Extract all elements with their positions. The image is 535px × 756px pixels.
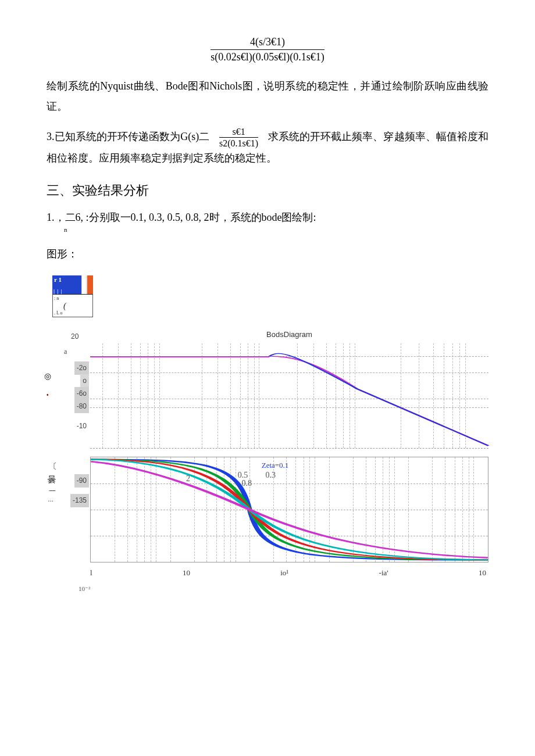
chart-plot-area: BodsDiagram [90,328,488,580]
magnitude-curve-flat [90,356,269,357]
mag-tick-1: -2o [74,361,89,375]
thumb-row1: : n [54,296,59,302]
x-tick-1: 10 [183,566,190,581]
chart-title: BodsDiagram [90,328,488,342]
dot-icon: • [47,389,49,400]
x-origin-label: 10⁻² [79,583,488,595]
magnitude-plot [90,343,488,449]
section-3-heading: 三、实验结果分析 [47,178,488,203]
x-axis-labels: l 10 io¹ -ia' 10 [90,566,488,581]
curve-label-08: 0.8 [242,476,252,492]
thumb-blue-region: r 1 | | | [52,275,81,294]
q3-num: s€1 [219,127,258,137]
formula-denominator: s(0.02s€l)(0.05s€l)(0.1s€1) [211,49,324,65]
paragraph-instruction-1: 绘制系统的Nyquist曲线、Bode图和Nichols图，说明系统的稳定性，并… [47,76,488,116]
question-3: 3.已知系统的开环传递函数为G(s)二 s€1 s2(0.1s€1) 求系统的开… [47,127,488,169]
chart-y-axis-area: 20 a -2o ◎ o • -6o -80 -10 〔 曇 -90 一 … -… [47,328,90,580]
mag-tick-5: -10 [77,420,87,433]
q3-fraction: s€1 s2(0.1s€1) [219,127,258,148]
phase-plot: Zeta=0.1 0.5 0.3 2 0.8 [90,457,488,562]
formula-numerator: 4(s/3€1) [211,35,324,49]
phase-tick-2: -135 [70,494,89,507]
mag-tick-4: -80 [74,400,89,413]
figure-thumbnail: r 1 | | | : n ( . L o [52,275,93,316]
q3-lead: 3.已知系统的开环传递函数为G(s)二 [47,131,209,142]
magnitude-curve-rolloff [269,356,488,438]
thumb-bottom: : n ( . L o [52,294,93,317]
thumb-label: r 1 [54,276,62,283]
thumb-white-strip [81,275,87,294]
q3-den: s2(0.1s€1) [219,137,258,149]
thumb-orange-strip [87,275,93,294]
curve-label-2: 2 [186,471,190,487]
target-icon: ◎ [44,368,51,384]
phase-tick-1: -90 [74,474,89,488]
thumb-ticks: | | | [54,289,62,294]
mag-label-a: a [64,345,67,359]
thumb-row3: . L o [54,310,63,316]
x-tick-0: l [90,566,92,581]
formula-transfer-function: 4(s/3€1) s(0.02s€l)(0.05s€l)(0.1s€1) [47,35,488,65]
mag-tick-20: 20 [71,330,79,343]
x-tick-2: io¹ [280,566,288,581]
mag-tick-3: -6o [74,387,89,400]
x-tick-4: 10 [479,566,486,581]
fraction: 4(s/3€1) s(0.02s€l)(0.05s€l)(0.1s€1) [211,35,324,65]
thumb-row2: ( [63,302,66,311]
x-tick-3: -ia' [379,566,388,581]
bode-diagram: 20 a -2o ◎ o • -6o -80 -10 〔 曇 -90 一 … -… [47,328,488,580]
curve-label-03: 0.3 [266,468,276,483]
dots-icon: … [48,494,54,505]
figure-label: 图形： [47,244,488,264]
mag-tick-2: o [80,374,89,388]
